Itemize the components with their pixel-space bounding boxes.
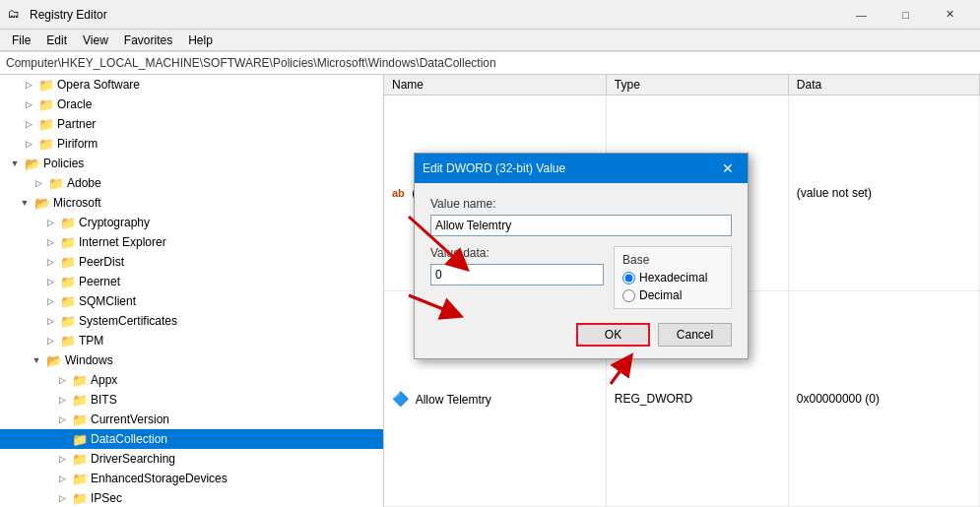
radio-dec-input[interactable] — [622, 289, 635, 302]
folder-icon: 📁 — [72, 372, 88, 388]
expand-icon[interactable]: ▼ — [18, 196, 32, 210]
expand-icon[interactable]: ▷ — [43, 275, 57, 288]
tree-label: Windows — [65, 353, 113, 367]
tree-item-piriform[interactable]: ▷ 📁 Piriform — [0, 134, 383, 154]
tree-item-peerdist[interactable]: ▷ 📁 PeerDist — [0, 252, 383, 272]
app-title: Registry Editor — [30, 8, 839, 22]
menu-help[interactable]: Help — [180, 32, 221, 49]
tree-item-adobe[interactable]: ▷ 📁 Adobe — [0, 173, 383, 193]
expand-icon[interactable]: ▷ — [43, 294, 57, 308]
tree-item-bits[interactable]: ▷ 📁 BITS — [0, 390, 383, 410]
folder-open-icon: 📂 — [25, 156, 40, 171]
radio-hex-input[interactable] — [622, 272, 635, 285]
tree-item-partner[interactable]: ▷ 📁 Partner — [0, 114, 383, 134]
tree-item-sqmclient[interactable]: ▷ 📁 SQMClient — [0, 291, 383, 311]
folder-icon: 📁 — [60, 333, 76, 349]
minimize-button[interactable]: — — [839, 0, 883, 30]
tree-item-currentversion[interactable]: ▷ 📁 CurrentVersion — [0, 410, 383, 429]
tree-item-peernet[interactable]: ▷ 📁 Peernet — [0, 272, 383, 291]
tree-item-cryptography[interactable]: ▷ 📁 Cryptography — [0, 213, 383, 232]
tree-label: Partner — [57, 117, 96, 131]
value-name-input[interactable] — [430, 215, 732, 236]
radio-hexadecimal[interactable]: Hexadecimal — [622, 271, 723, 285]
folder-icon: 📁 — [72, 451, 88, 467]
value-data-input[interactable] — [430, 264, 604, 285]
menu-file[interactable]: File — [4, 32, 38, 49]
titlebar-controls: — □ ✕ — [839, 0, 972, 30]
tree-item-tpm[interactable]: ▷ 📁 TPM — [0, 331, 383, 350]
tree-label: PeerDist — [79, 255, 124, 269]
ab-icon: ab — [392, 187, 405, 199]
tree-label: DataCollection — [91, 432, 167, 446]
tree-label: Appx — [91, 373, 117, 387]
expand-icon[interactable]: ▷ — [55, 412, 69, 426]
expand-icon[interactable]: ▷ — [55, 393, 69, 407]
tree-item-datacollection[interactable]: 📁 DataCollection — [0, 429, 383, 449]
expand-icon[interactable]: ▼ — [8, 157, 22, 170]
expand-icon[interactable]: ▷ — [32, 176, 45, 190]
dialog-title: Edit DWORD (32-bit) Value — [423, 161, 716, 175]
cancel-button[interactable]: Cancel — [658, 323, 732, 347]
value-data-section: Value data: — [430, 246, 604, 285]
tree-item-driversearching[interactable]: ▷ 📁 DriverSearching — [0, 449, 383, 469]
folder-open-icon: 📂 — [34, 195, 50, 211]
close-button[interactable]: ✕ — [928, 0, 972, 30]
tree-item-ipsec[interactable]: ▷ 📁 IPSec — [0, 488, 383, 507]
expand-icon[interactable]: ▷ — [22, 97, 35, 111]
titlebar: 🗂 Registry Editor — □ ✕ — [0, 0, 980, 30]
tree-item-microsoft[interactable]: ▼ 📂 Microsoft — [0, 193, 383, 213]
tree-item-opera[interactable]: ▷ 📁 Opera Software — [0, 75, 383, 95]
dialog-close-button[interactable]: ✕ — [716, 157, 740, 180]
tree-item-appx[interactable]: ▷ 📁 Appx — [0, 370, 383, 390]
expand-icon[interactable]: ▷ — [43, 216, 57, 229]
folder-icon: 📁 — [72, 490, 88, 506]
dialog-titlebar: Edit DWORD (32-bit) Value ✕ — [415, 154, 748, 183]
expand-icon[interactable]: ▷ — [43, 255, 57, 269]
tree-label: EnhancedStorageDevices — [91, 472, 228, 485]
tree-item-enhancedstorage[interactable]: ▷ 📁 EnhancedStorageDevices — [0, 469, 383, 488]
radio-dec-label: Decimal — [639, 288, 682, 302]
folder-icon: 📁 — [38, 116, 54, 132]
menu-edit[interactable]: Edit — [38, 32, 75, 49]
expand-icon[interactable]: ▷ — [22, 137, 35, 151]
tree-label: IPSec — [91, 491, 122, 505]
col-data: Data — [788, 75, 979, 95]
tree-label: Opera Software — [57, 78, 140, 92]
expand-icon[interactable]: ▷ — [55, 373, 69, 387]
tree-item-windows[interactable]: ▼ 📂 Windows — [0, 350, 383, 370]
tree-item-oracle[interactable]: ▷ 📁 Oracle — [0, 95, 383, 114]
tree-item-ie[interactable]: ▷ 📁 Internet Explorer — [0, 232, 383, 252]
dialog-buttons: OK Cancel — [430, 323, 732, 347]
ok-button[interactable]: OK — [576, 323, 650, 347]
reg-data-cell: (value not set) — [788, 95, 979, 291]
expand-icon[interactable]: ▷ — [43, 314, 57, 328]
expand-icon[interactable]: ▷ — [22, 78, 35, 92]
expand-icon[interactable]: ▷ — [43, 334, 57, 348]
tree-scroll[interactable]: ▷ 📁 Opera Software ▷ 📁 Oracle ▷ 📁 Partne… — [0, 75, 383, 507]
expand-icon[interactable]: ▷ — [22, 117, 35, 131]
app-icon: 🗂 — [8, 7, 24, 23]
tree-label: Microsoft — [53, 196, 101, 210]
folder-icon: 📁 — [72, 412, 88, 427]
radio-decimal[interactable]: Decimal — [622, 288, 723, 302]
menu-favorites[interactable]: Favorites — [116, 32, 180, 49]
folder-icon: 📁 — [60, 215, 76, 230]
folder-icon: 📁 — [38, 96, 54, 112]
tree-item-policies[interactable]: ▼ 📂 Policies — [0, 154, 383, 173]
expand-icon[interactable] — [55, 432, 69, 446]
tree-label: DriverSearching — [91, 452, 175, 466]
expand-icon[interactable]: ▷ — [55, 491, 69, 505]
tree-item-syscerts[interactable]: ▷ 📁 SystemCertificates — [0, 311, 383, 331]
expand-icon[interactable]: ▷ — [43, 235, 57, 249]
menu-view[interactable]: View — [75, 32, 116, 49]
radio-group: Hexadecimal Decimal — [622, 271, 723, 302]
tree-label: Peernet — [79, 275, 120, 288]
col-type: Type — [606, 75, 788, 95]
address-path: Computer\HKEY_LOCAL_MACHINE\SOFTWARE\Pol… — [6, 56, 496, 70]
folder-icon: 📁 — [72, 431, 88, 447]
expand-icon[interactable]: ▷ — [55, 472, 69, 485]
expand-icon[interactable]: ▷ — [55, 452, 69, 466]
folder-open-icon: 📂 — [46, 352, 62, 368]
maximize-button[interactable]: □ — [883, 0, 928, 30]
expand-icon[interactable]: ▼ — [30, 353, 43, 367]
